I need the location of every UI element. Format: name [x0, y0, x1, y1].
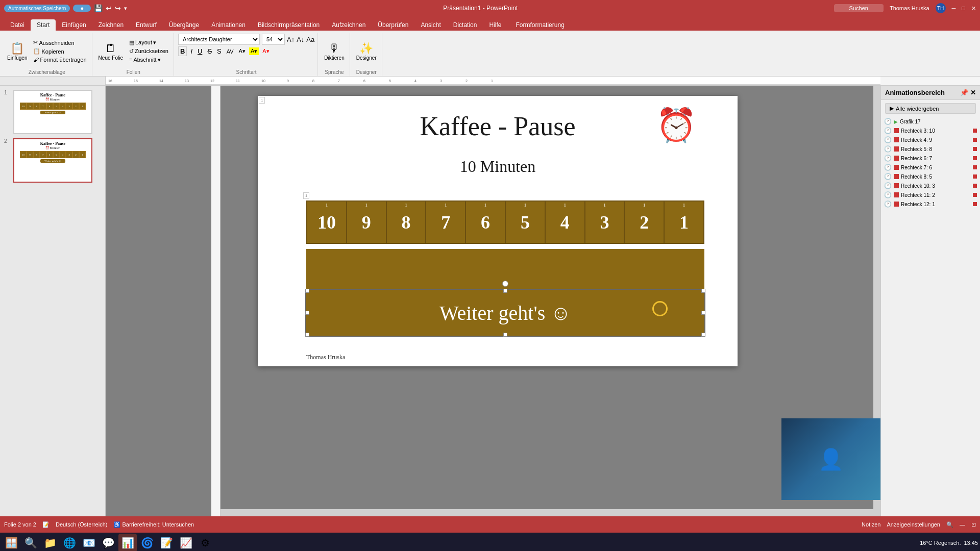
- slide-thumb-content-1: Kaffee - Pause ⏰ Minuten 10 9 8 7 6 5 4 …: [14, 91, 91, 133]
- taskbar-excel-btn[interactable]: 📈: [177, 534, 195, 551]
- italic-btn[interactable]: I: [189, 47, 194, 56]
- close-btn[interactable]: ✕: [971, 5, 976, 12]
- slide-canvas[interactable]: 1 Kaffee - Pause ⏰ 10 Minuten 1 1 10 1 9: [258, 96, 738, 366]
- bold-btn[interactable]: B: [178, 46, 187, 56]
- handle-ml[interactable]: [305, 311, 309, 315]
- taskbar-search-btn[interactable]: 🔍: [21, 534, 40, 551]
- highlight-btn[interactable]: A▾: [249, 47, 259, 55]
- handle-tm[interactable]: [503, 289, 507, 293]
- more-icon[interactable]: ▾: [124, 5, 127, 12]
- tab-formformatierung[interactable]: Formformatierung: [509, 19, 570, 31]
- titlebar: Automatisches Speichern ● 💾 ↩ ↪ ▾ Präsen…: [0, 0, 980, 16]
- slide-thumb-1[interactable]: 1 Kaffee - Pause ⏰ Minuten 10 9 8 7 6 5 …: [4, 90, 101, 134]
- slide-thumb-2[interactable]: 2 Kaffee - Pause ⏰ Minuten 10 9 8 7 6 5 …: [4, 138, 101, 183]
- taskbar-settings-btn[interactable]: ⚙: [196, 534, 214, 551]
- search-box[interactable]: Suchen: [834, 4, 884, 12]
- slide-img-2[interactable]: Kaffee - Pause ⏰ Minuten 10 9 8 7 6 5 4 …: [13, 138, 92, 183]
- layout-btn[interactable]: ▤ Layout ▾: [127, 39, 170, 46]
- font-name-select[interactable]: Architects Daughter: [178, 34, 260, 45]
- tab-ueberpruefen[interactable]: Überprüfen: [372, 19, 414, 31]
- tab-entwurf[interactable]: Entwurf: [130, 19, 163, 31]
- tab-ansicht[interactable]: Ansicht: [414, 19, 447, 31]
- fit-slide-btn[interactable]: ⊡: [971, 521, 976, 528]
- language-info: Deutsch (Österreich): [56, 521, 107, 528]
- anim-color-6: [973, 165, 977, 169]
- tab-uebergaenge[interactable]: Übergänge: [163, 19, 205, 31]
- slide-title[interactable]: Kaffee - Pause: [283, 111, 712, 141]
- zuruecksetzen-btn[interactable]: ↺ Zurücksetzen: [127, 47, 170, 55]
- shadow-btn[interactable]: S: [215, 47, 223, 56]
- font-color-btn[interactable]: A▾: [261, 47, 271, 55]
- underline-btn[interactable]: U: [196, 47, 204, 56]
- anim-item-rechteck5[interactable]: 🕐 Rechteck 5: 8: [883, 144, 978, 154]
- scrollbar-bottom[interactable]: [220, 509, 873, 516]
- anim-item-rechteck4[interactable]: 🕐 Rechteck 4: 9: [883, 135, 978, 144]
- handle-bl[interactable]: [305, 333, 309, 337]
- tab-datei[interactable]: Datei: [4, 19, 31, 31]
- play-all-btn[interactable]: ▶ Alle wiedergeben: [885, 103, 976, 114]
- ausschneiden-btn[interactable]: ✂ Ausschneiden: [31, 39, 88, 46]
- tab-aufzeichnen[interactable]: Aufzeichnen: [326, 19, 372, 31]
- handle-bm[interactable]: [503, 333, 507, 337]
- anim-item-rechteck6[interactable]: 🕐 Rechteck 6: 7: [883, 154, 978, 163]
- font-shrink-btn[interactable]: A↓: [297, 36, 304, 43]
- slide-img-1[interactable]: Kaffee - Pause ⏰ Minuten 10 9 8 7 6 5 4 …: [13, 90, 92, 134]
- taskbar-chrome-btn[interactable]: 🌐: [60, 534, 79, 551]
- tab-bildschirm[interactable]: Bildschirmpräsentation: [252, 19, 326, 31]
- slide-subtitle[interactable]: 10 Minuten: [283, 157, 712, 176]
- countdown-cell-9: 1 9: [347, 202, 387, 243]
- neue-folie-btn[interactable]: 🗒 Neue Folie: [96, 41, 125, 62]
- weiter-banner[interactable]: Weiter geht's ☺: [306, 290, 704, 336]
- autosave-label[interactable]: Automatisches Speichern: [4, 5, 70, 12]
- designer-btn[interactable]: ✨ Designer: [354, 41, 379, 62]
- anim-item-rechteck7[interactable]: 🕐 Rechteck 7: 6: [883, 163, 978, 172]
- taskbar-teams-btn[interactable]: 💬: [99, 534, 117, 551]
- format-btn[interactable]: 🖌 Format übertragen: [31, 56, 88, 63]
- tab-dictation[interactable]: Dictation: [447, 19, 483, 31]
- anim-item-rechteck3[interactable]: 🕐 Rechteck 3: 10: [883, 126, 978, 135]
- abschnitt-btn[interactable]: ≡ Abschnitt ▾: [127, 56, 170, 64]
- kopieren-btn[interactable]: 📋 Kopieren: [31, 47, 88, 55]
- handle-mr[interactable]: [701, 311, 705, 315]
- anim-item-rechteck11[interactable]: 🕐 Rechteck 11: 2: [883, 190, 978, 199]
- anim-item-rechteck8[interactable]: 🕐 Rechteck 8: 5: [883, 172, 978, 181]
- tab-hilfe[interactable]: Hilfe: [483, 19, 507, 31]
- einfuegen-btn[interactable]: 📋 Einfügen: [5, 41, 29, 62]
- tab-zeichnen[interactable]: Zeichnen: [92, 19, 130, 31]
- handle-tl[interactable]: [305, 289, 309, 293]
- taskbar-outlook-btn[interactable]: 📧: [80, 534, 98, 551]
- font-grow-btn[interactable]: A↑: [287, 36, 295, 43]
- countdown-bar[interactable]: 1 1 10 1 9 1 8 1 7 1: [306, 201, 704, 244]
- maximize-btn[interactable]: □: [962, 5, 965, 11]
- char-spacing-btn[interactable]: AV: [225, 48, 235, 55]
- taskbar-word-btn[interactable]: 📝: [157, 534, 176, 551]
- rotate-handle[interactable]: [502, 281, 508, 287]
- strikethrough-btn[interactable]: S: [206, 47, 213, 56]
- diktieren-btn[interactable]: 🎙 Diktieren: [322, 41, 346, 62]
- taskbar-edge-btn[interactable]: 🌀: [138, 534, 156, 551]
- redo-icon[interactable]: ↪: [115, 4, 121, 12]
- tab-start[interactable]: Start: [31, 19, 56, 31]
- handle-tr[interactable]: [701, 289, 705, 293]
- svg-text:2: 2: [465, 79, 468, 83]
- taskbar-powerpoint-btn[interactable]: 📊: [118, 534, 137, 551]
- anim-close-btn[interactable]: ✕: [970, 89, 976, 96]
- font-size-select[interactable]: 54: [262, 34, 285, 45]
- taskbar-start-btn[interactable]: 🪟: [2, 534, 20, 551]
- minimize-btn[interactable]: ─: [952, 5, 956, 11]
- anim-item-grafik17[interactable]: 🕐 ▶ Grafik 17: [883, 117, 978, 126]
- tab-animationen[interactable]: Animationen: [205, 19, 252, 31]
- display-settings-btn[interactable]: Anzeigeeinstellungen: [887, 521, 940, 528]
- anim-pin-btn[interactable]: 📌: [960, 89, 968, 96]
- titlebar-toggle[interactable]: ●: [73, 5, 91, 12]
- anim-item-rechteck12[interactable]: 🕐 Rechteck 12: 1: [883, 199, 978, 209]
- undo-icon[interactable]: ↩: [106, 4, 112, 12]
- anim-item-rechteck10[interactable]: 🕐 Rechteck 10: 3: [883, 181, 978, 190]
- save-icon[interactable]: 💾: [94, 4, 103, 12]
- font-clear-btn[interactable]: Aa: [306, 36, 314, 43]
- notes-btn[interactable]: Notizen: [862, 521, 880, 528]
- tab-einfuegen[interactable]: Einfügen: [56, 19, 92, 31]
- taskbar-explorer-btn[interactable]: 📁: [41, 534, 59, 551]
- handle-br[interactable]: [701, 333, 705, 337]
- font-color-dropdown-btn[interactable]: A▾: [237, 47, 247, 55]
